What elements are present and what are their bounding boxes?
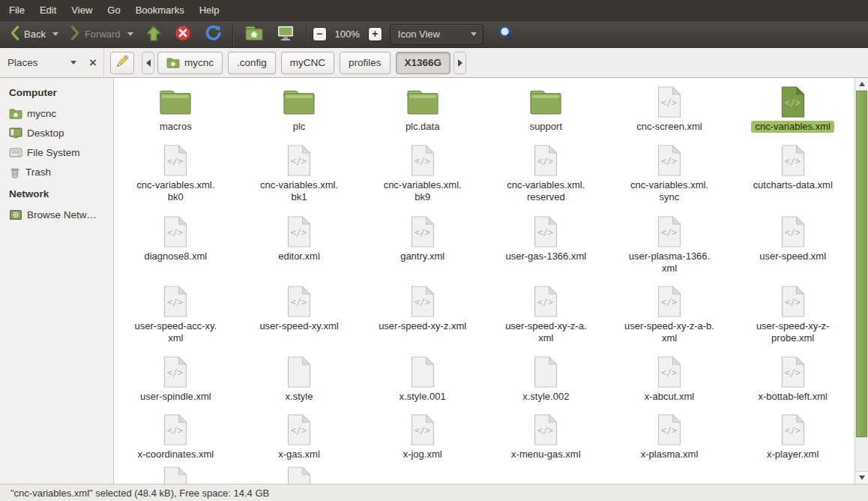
breadcrumb-item-x1366g[interactable]: X1366G — [396, 52, 451, 74]
file-label-line: xml — [135, 332, 217, 344]
file-item-user-plasma-1366-xml[interactable]: </>user-plasma-1366.xml — [608, 215, 732, 285]
doc-icon — [532, 356, 559, 390]
search-button[interactable] — [492, 23, 520, 46]
menu-go[interactable]: Go — [100, 0, 127, 20]
zoom-in-button[interactable]: + — [368, 27, 382, 41]
scroll-down-button[interactable] — [855, 471, 868, 484]
computer-button[interactable] — [271, 23, 301, 46]
menu-view[interactable]: View — [64, 0, 100, 20]
file-item-x-player-xml[interactable]: </>x-player.xml — [731, 413, 855, 466]
toolbar-separator — [306, 23, 307, 46]
file-label: x-abcut.xml — [645, 391, 694, 403]
sidebar-item-mycnc[interactable]: mycnc — [9, 106, 113, 121]
forward-button[interactable]: Forward — [65, 23, 139, 46]
zoom-out-button[interactable]: − — [313, 27, 327, 41]
close-sidebar-button[interactable]: × — [82, 56, 103, 70]
file-item-x-menu-gas-xml[interactable]: </>x-menu-gas.xml — [484, 413, 608, 466]
file-item-user-speed-xy-xml[interactable]: </>user-speed-xy.xml — [238, 285, 361, 356]
file-label: macros — [160, 121, 192, 133]
breadcrumb-item-config[interactable]: .config — [228, 52, 276, 74]
path-scroll-right-button[interactable] — [453, 52, 466, 74]
file-item-user-speed-xy-z-xml[interactable]: </>user-speed-xy-z.xml — [361, 285, 484, 356]
file-item-user-speed-xy-z-a-b-xml[interactable]: </>user-speed-xy-z-a-b.xml — [608, 285, 732, 356]
file-item-plc-data[interactable]: plc.data — [361, 86, 484, 144]
file-item-macros[interactable]: macros — [114, 86, 238, 144]
toolbar-separator — [232, 23, 234, 46]
file-item-cnc-variables-xml-bk1[interactable]: </>cnc-variables.xml.bk1 — [238, 144, 361, 215]
file-label-line: user-speed-xy-z-a. — [505, 320, 586, 332]
breadcrumb-item-profiles[interactable]: profiles — [340, 52, 391, 74]
file-item-user-speed-xy-z-probe-xml[interactable]: </>user-speed-xy-z-probe.xml — [731, 285, 855, 356]
sidebar-item-desktop[interactable]: Desktop — [9, 126, 113, 140]
file-item-x-bottab-left-xml[interactable]: </>x-bottab-left.xml — [731, 356, 855, 413]
breadcrumb-label: myCNC — [290, 57, 325, 68]
file-item-gantry-xml[interactable]: </>gantry.xml — [361, 215, 484, 285]
file-item-cnc-variables-xml-sync[interactable]: </>cnc-variables.xml.sync — [608, 144, 732, 215]
file-label: cutcharts-data.xml — [753, 179, 833, 191]
view-mode-combo[interactable]: Icon View — [390, 24, 483, 45]
svg-text:</>: </> — [537, 425, 554, 436]
svg-text:</>: </> — [414, 156, 430, 166]
home-folder-icon — [244, 25, 264, 44]
up-button[interactable] — [140, 23, 167, 46]
sidebar-item-trash[interactable]: Trash — [9, 165, 113, 179]
scrollbar-thumb[interactable] — [856, 91, 867, 437]
file-item-x-style-002[interactable]: x.style.002 — [484, 356, 608, 413]
breadcrumb-label: profiles — [349, 57, 382, 68]
file-item-cnc-variables-xml-reserved[interactable]: </>cnc-variables.xml.reserved — [484, 144, 608, 215]
file-item-editor-xml[interactable]: </>editor.xml — [238, 215, 361, 285]
file-label: cnc-screen.xml — [636, 121, 702, 133]
file-label-line: cnc-variables.xml. — [507, 179, 585, 191]
file-item-cnc-variables-xml-bk0[interactable]: </>cnc-variables.xml.bk0 — [114, 144, 238, 215]
file-item-user-spindle-xml[interactable]: </>user-spindle.xml — [114, 356, 238, 413]
places-combo[interactable]: Places — [0, 57, 82, 68]
file-item-partial[interactable] — [238, 466, 361, 484]
back-button[interactable]: Back — [4, 23, 64, 46]
file-item-cnc-variables-xml[interactable]: </>cnc-variables.xml — [731, 86, 855, 144]
menu-edit[interactable]: Edit — [32, 0, 64, 20]
edit-location-button[interactable] — [110, 52, 134, 74]
file-item-plc[interactable]: plc — [238, 86, 361, 144]
file-item-x-gas-xml[interactable]: </>x-gas.xml — [238, 413, 361, 466]
file-item-cnc-variables-xml-bk9[interactable]: </>cnc-variables.xml.bk9 — [361, 144, 484, 215]
forward-history-arrow-icon[interactable] — [127, 32, 133, 36]
stop-icon — [174, 24, 192, 44]
svg-text:</>: </> — [784, 425, 801, 436]
chevron-down-icon — [70, 61, 76, 64]
breadcrumb-item-mycnc[interactable]: mycnc — [157, 52, 223, 74]
xml-file-icon: </> — [780, 413, 807, 448]
file-item-user-speed-xml[interactable]: </>user-speed.xml — [731, 215, 855, 285]
file-item-cutcharts-data-xml[interactable]: </>cutcharts-data.xml — [731, 144, 855, 215]
path-scroll-left-button[interactable] — [142, 52, 154, 74]
menu-bookmarks[interactable]: Bookmarks — [128, 0, 192, 20]
file-item-diagnose8-xml[interactable]: </>diagnose8.xml — [114, 215, 238, 285]
breadcrumb-item-mycnc[interactable]: myCNC — [281, 52, 334, 74]
home-folder-button[interactable] — [239, 23, 269, 46]
file-item-cnc-screen-xml[interactable]: </>cnc-screen.xml — [608, 86, 732, 144]
file-item-x-jog-xml[interactable]: </>x-jog.xml — [361, 413, 484, 466]
file-item-user-speed-xy-z-a-xml[interactable]: </>user-speed-xy-z-a.xml — [484, 285, 608, 356]
file-item-x-coordinates-xml[interactable]: </>x-coordinates.xml — [114, 413, 238, 466]
file-item-x-style-001[interactable]: x.style.001 — [361, 356, 484, 413]
breadcrumb: mycnc.configmyCNCprofilesX1366G — [157, 52, 450, 74]
file-item-user-speed-acc-xy-xml[interactable]: </>user-speed-acc-xy.xml — [114, 285, 238, 356]
refresh-button[interactable] — [199, 23, 227, 46]
svg-text:</>: </> — [537, 297, 554, 308]
stop-button[interactable] — [169, 23, 197, 46]
file-item-partial[interactable] — [114, 466, 238, 484]
xml-file-icon: </> — [656, 285, 683, 320]
file-item-x-abcut-xml[interactable]: </>x-abcut.xml — [608, 356, 732, 413]
menu-help[interactable]: Help — [192, 0, 227, 20]
vertical-scrollbar[interactable] — [855, 78, 868, 484]
file-label: user-plasma-1366.xml — [629, 250, 710, 274]
menu-file[interactable]: File — [1, 0, 32, 20]
file-item-support[interactable]: support — [484, 86, 608, 144]
sidebar-item-browse-netw[interactable]: Browse Netw… — [9, 208, 113, 222]
back-history-arrow-icon[interactable] — [52, 32, 58, 36]
sidebar-heading-network: Network — [9, 188, 113, 200]
scroll-up-button[interactable] — [855, 78, 868, 91]
file-item-x-style[interactable]: x.style — [238, 356, 361, 413]
sidebar-item-file-system[interactable]: File System — [9, 146, 113, 160]
file-item-user-gas-1366-xml[interactable]: </>user-gas-1366.xml — [484, 215, 608, 285]
file-item-x-plasma-xml[interactable]: </>x-plasma.xml — [608, 413, 732, 466]
